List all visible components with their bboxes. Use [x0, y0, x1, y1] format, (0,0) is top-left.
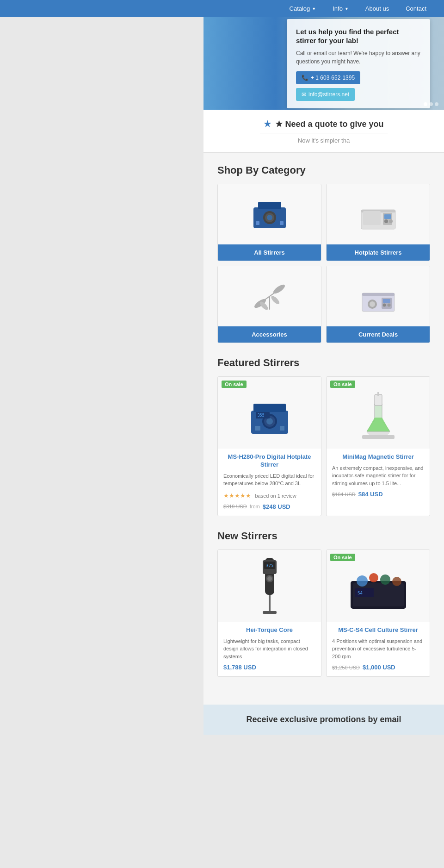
nav-contact-label: Contact: [406, 5, 426, 12]
all-stirrers-btn[interactable]: All Stirrers: [218, 244, 321, 261]
hero-dot-3[interactable]: [435, 102, 438, 106]
nav-about-label: About us: [365, 5, 389, 12]
all-stirrers-icon: [249, 194, 290, 235]
svg-point-52: [369, 573, 378, 582]
product-hei-torque-name: Hei-Torque Core: [223, 626, 315, 634]
on-sale-badge-4: On sale: [330, 554, 355, 561]
svg-point-51: [357, 575, 368, 587]
product-ms-h280[interactable]: On sale 355: [217, 376, 321, 516]
phone-button[interactable]: 📞 + 1 603-652-1395: [296, 71, 360, 84]
nav-contact[interactable]: Contact: [397, 0, 435, 17]
svg-point-27: [387, 304, 390, 307]
new-stirrers-title: New Stirrers: [217, 530, 430, 542]
svg-rect-48: [263, 611, 277, 614]
featured-products-grid: On sale 355: [217, 376, 430, 516]
email-button[interactable]: ✉ info@stirrers.net: [296, 88, 355, 101]
product-minimag[interactable]: On sale MiniMag Magn: [326, 376, 430, 516]
price-old-2: $104 USD: [332, 492, 356, 497]
svg-point-17: [272, 283, 286, 295]
quote-banner: ★ ★ Need a quote to give you Now it's si…: [204, 110, 444, 153]
hero-dots: [424, 102, 438, 106]
hero-title: Let us help you find the perfect stirrer…: [296, 27, 421, 45]
category-current-deals[interactable]: Current Deals: [326, 266, 430, 343]
svg-point-26: [382, 304, 386, 307]
star-icon: ★: [264, 119, 271, 129]
product-ms-c-s4-info: MS-C-S4 Cell Culture Stirrer 4 Positions…: [327, 622, 430, 676]
price-new-3: $1,788 USD: [223, 664, 256, 671]
minimag-product-icon: [355, 385, 401, 441]
svg-rect-10: [384, 214, 391, 219]
quote-title: ★ ★ Need a quote to give you: [217, 119, 430, 129]
product-hei-torque-price: $1,788 USD: [223, 664, 315, 671]
svg-point-23: [370, 301, 375, 307]
quote-title-text: ★ Need a quote to give you: [275, 119, 383, 129]
right-content: Let us help you find the perfect stirrer…: [204, 17, 444, 735]
hei-torque-product-icon: 375: [249, 553, 290, 618]
svg-point-11: [384, 219, 388, 223]
accessories-btn[interactable]: Accessories: [218, 326, 321, 343]
nav-info-label: Info: [333, 5, 343, 12]
product-hei-torque-desc: Lightweight for big tasks, compact desig…: [223, 637, 315, 661]
svg-rect-39: [377, 392, 379, 396]
product-hei-torque[interactable]: 375 Hei-Torque Core Lightweight for big …: [217, 550, 321, 677]
hotplate-stirrers-btn[interactable]: Hotplate Stirrers: [327, 244, 430, 261]
svg-rect-40: [362, 435, 395, 439]
price-from-1: from: [250, 504, 260, 509]
svg-text:375: 375: [266, 563, 273, 568]
main-nav: Catalog ▼ Info ▼ About us Contact: [0, 0, 444, 17]
nav-about[interactable]: About us: [357, 0, 397, 17]
chevron-down-icon: ▼: [312, 6, 316, 11]
svg-rect-13: [363, 211, 381, 225]
svg-rect-33: [255, 426, 260, 431]
hero-buttons: 📞 + 1 603-652-1395 ✉ info@stirrers.net: [296, 71, 421, 101]
hero-dot-1[interactable]: [424, 102, 427, 106]
product-ms-h280-desc: Economically priced LED digital ideal fo…: [223, 472, 315, 487]
svg-point-53: [380, 575, 390, 585]
product-ms-h280-info: MS-H280-Pro Digital Hotplate Stirrer Eco…: [218, 449, 321, 516]
footer-text: Receive exclusive promotions by email: [217, 715, 430, 724]
current-deals-btn[interactable]: Current Deals: [327, 326, 430, 343]
svg-rect-5: [256, 221, 259, 225]
hero-dot-2[interactable]: [429, 102, 433, 106]
svg-rect-47: [269, 595, 271, 613]
svg-point-54: [392, 577, 401, 586]
current-deals-icon: [358, 275, 399, 317]
svg-point-12: [389, 219, 393, 223]
chevron-down-icon: ▼: [345, 6, 349, 11]
svg-rect-1: [258, 202, 281, 209]
ms-c-s4-product-icon: S4: [348, 556, 408, 616]
category-accessories[interactable]: Accessories: [217, 266, 321, 343]
category-accessories-img: [218, 266, 321, 326]
product-ms-h280-name: MS-H280-Pro Digital Hotplate Stirrer: [223, 453, 315, 469]
quote-subtitle: Now it's simpler tha: [217, 137, 430, 144]
nav-catalog-label: Catalog: [290, 5, 310, 12]
nav-catalog[interactable]: Catalog ▼: [281, 0, 325, 17]
product-hei-torque-img: 375: [218, 550, 321, 622]
phone-icon: 📞: [302, 75, 308, 81]
hotplate-stirrers-icon: [358, 194, 399, 235]
star-rating: ★★★★★: [223, 492, 251, 499]
product-hei-torque-info: Hei-Torque Core Lightweight for big task…: [218, 622, 321, 676]
hero-overlay: Let us help you find the perfect stirrer…: [287, 19, 430, 108]
review-text-1: based on 1 review: [255, 493, 296, 499]
svg-point-32: [266, 418, 273, 425]
product-ms-c-s4-price: $1,250 USD $1,000 USD: [332, 664, 424, 671]
hero-subtitle: Call or email our team! We're happy to a…: [296, 49, 421, 66]
product-ms-h280-stars: ★★★★★ based on 1 review: [223, 491, 315, 500]
category-all-stirrers[interactable]: All Stirrers: [217, 184, 321, 261]
product-minimag-img: On sale: [327, 377, 430, 449]
product-ms-c-s4[interactable]: On sale S4: [326, 550, 430, 677]
on-sale-badge-2: On sale: [330, 381, 355, 388]
category-hotplate-stirrers[interactable]: Hotplate Stirrers: [326, 184, 430, 261]
hero-banner: Let us help you find the perfect stirrer…: [204, 17, 444, 110]
svg-text:355: 355: [258, 413, 265, 418]
product-ms-c-s4-desc: 4 Positions with optimal suspension and …: [332, 637, 424, 661]
nav-info[interactable]: Info ▼: [324, 0, 357, 17]
left-sidebar: [0, 17, 204, 735]
product-minimag-desc: An extremely compact, inexpensive, and i…: [332, 464, 424, 487]
price-new-4: $1,000 USD: [363, 664, 395, 671]
price-new-2: $84 USD: [358, 491, 383, 498]
ms-h280-product-icon: 355: [247, 385, 293, 441]
price-old-4: $1,250 USD: [332, 665, 360, 670]
main-content: Shop By Category Al: [204, 153, 444, 705]
